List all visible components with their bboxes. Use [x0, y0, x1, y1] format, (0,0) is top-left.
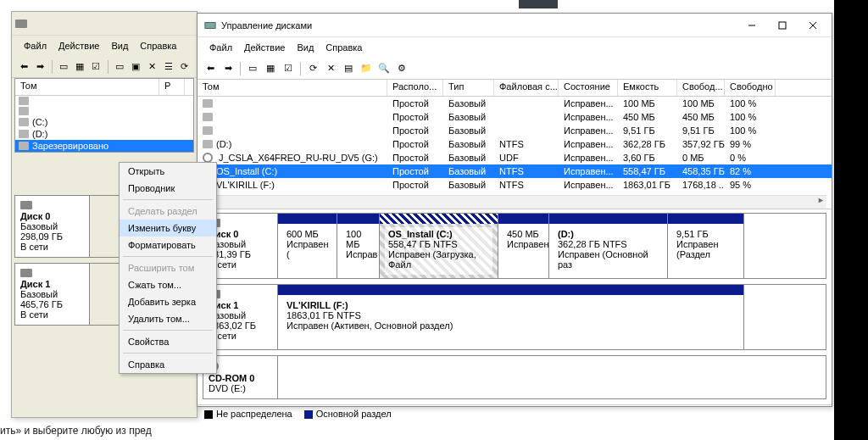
properties-icon[interactable]: ▤	[341, 61, 356, 76]
bg-menu-help[interactable]: Справка	[135, 39, 181, 53]
disk-management-window: Управление дисками Файл Действие Вид Спр…	[197, 13, 832, 407]
top-image-fragment	[519, 0, 558, 8]
volume-row[interactable]: OS_Install (C:) Простой Базовый NTFS Исп…	[198, 164, 832, 178]
cell-state: Исправен...	[559, 166, 618, 176]
cell-type: Базовый	[443, 125, 494, 136]
tb-icon[interactable]: ▣	[129, 59, 142, 75]
legend-unalloc-label: Не распределена	[216, 409, 292, 419]
maximize-button[interactable]	[767, 14, 798, 36]
context-menu-item[interactable]: Справка	[120, 356, 216, 373]
menu-action[interactable]: Действие	[239, 41, 290, 54]
context-menu-item[interactable]: Изменить букву	[120, 220, 216, 237]
nav-fwd-icon[interactable]: ➡	[220, 61, 236, 76]
partition-stripe	[549, 214, 667, 224]
legend-primary-swatch	[304, 410, 313, 419]
menu-help[interactable]: Справка	[320, 41, 367, 54]
volume-row[interactable]: J_CSLA_X64FREO_RU-RU_DV5 (G:) Простой Ба…	[198, 151, 832, 164]
tb-icon[interactable]: ✕	[145, 59, 159, 75]
disk-row: Диск 1 Базовый1863,02 ГБВ сети VL'KIRILL…	[203, 284, 826, 350]
partition-stripe	[668, 214, 743, 224]
tb-list-icon[interactable]: ▦	[263, 61, 278, 76]
column-header[interactable]: Емкость	[618, 80, 677, 96]
nav-back-icon[interactable]: ⬅	[203, 61, 218, 76]
cell-free: 0 МБ	[677, 153, 725, 163]
context-menu-item[interactable]: Открыть	[120, 163, 216, 180]
volume-list[interactable]: Простой Базовый Исправен... 100 МБ 100 М…	[198, 97, 832, 192]
horizontal-scrollbar[interactable]	[203, 195, 826, 209]
right-black-strip	[834, 0, 868, 440]
menu-view[interactable]: Вид	[292, 41, 319, 54]
tb-icon[interactable]: ▦	[73, 59, 86, 75]
bg-volume-row[interactable]: (C:)	[15, 116, 193, 128]
partition-block[interactable]: VL'KIRILL (F:)1863,01 ГБ NTFSИсправен (А…	[278, 285, 744, 349]
partition-block[interactable]: OS_Install (C:)558,47 ГБ NTFSИсправен (З…	[380, 214, 498, 278]
tb-view-icon[interactable]: ▭	[245, 61, 260, 76]
column-header[interactable]: Тип	[443, 80, 494, 96]
bg-volume-row[interactable]	[15, 106, 193, 116]
tb-icon[interactable]: ☰	[161, 59, 175, 75]
bg-volume-row[interactable]: (D:)	[15, 128, 193, 140]
cell-pct: 99 %	[725, 139, 776, 149]
context-menu-item[interactable]: Свойства	[120, 333, 216, 350]
column-header[interactable]: Располо...	[387, 80, 443, 96]
partition-block[interactable]: 450 МБИсправен	[498, 214, 549, 278]
column-header[interactable]: Том	[198, 80, 387, 96]
context-menu-item[interactable]: Форматировать	[120, 237, 216, 253]
column-header[interactable]: Свободно	[725, 80, 776, 96]
fg-titlebar[interactable]: Управление дисками	[198, 14, 832, 37]
context-menu-item[interactable]: Добавить зерка	[120, 293, 216, 310]
tb-icon[interactable]: ⟳	[178, 59, 192, 75]
volume-name: J_CSLA_X64FREO_RU-RU_DV5 (G:)	[219, 153, 378, 163]
cell-pct: 95 %	[725, 180, 776, 190]
tb-icon[interactable]: ▭	[112, 59, 125, 75]
search-icon[interactable]: 🔍	[376, 61, 392, 76]
bg-menu-view[interactable]: Вид	[106, 39, 133, 53]
cell-type: Базовый	[443, 139, 494, 149]
partition-info: 450 МБИсправен	[504, 227, 543, 275]
cell-pct: 100 %	[725, 112, 776, 122]
context-menu: ОткрытьПроводникСделать разделИзменить б…	[119, 162, 217, 374]
volume-row[interactable]: Простой Базовый Исправен... 450 МБ 450 М…	[198, 110, 832, 124]
partition-block[interactable]: 600 МБИсправен (	[278, 214, 337, 278]
volume-row[interactable]: VL'KIRILL (F:) Простой Базовый NTFS Испр…	[198, 178, 832, 192]
context-menu-item[interactable]: Удалить том...	[120, 310, 216, 327]
context-menu-item[interactable]: Сжать том...	[120, 276, 216, 293]
disk-partitions	[278, 356, 826, 398]
volume-row[interactable]: Простой Базовый Исправен... 100 МБ 100 М…	[198, 97, 832, 110]
close-button[interactable]	[798, 14, 828, 36]
tb-icon[interactable]: ☑	[89, 59, 103, 75]
window-title: Управление дисками	[216, 20, 737, 31]
bg-volume-row[interactable]	[15, 96, 193, 106]
nav-back-icon[interactable]: ⬅	[17, 59, 31, 75]
partition-info: 9,51 ГБИсправен (Раздел	[673, 227, 738, 275]
settings-icon[interactable]: ⚙	[394, 61, 409, 76]
folder-icon[interactable]: 📁	[359, 61, 374, 76]
menu-separator	[123, 199, 213, 200]
menu-file[interactable]: Файл	[204, 41, 237, 54]
tb-icon[interactable]: ▭	[57, 59, 70, 75]
nav-fwd-icon[interactable]: ➡	[33, 59, 47, 75]
bg-col-r[interactable]: Р	[159, 79, 185, 95]
legend-unalloc-swatch	[204, 410, 213, 419]
column-header[interactable]: Свобод...	[677, 80, 725, 96]
cell-layout: Простой	[387, 125, 443, 136]
bg-col-vol[interactable]: Том	[15, 79, 159, 95]
bg-menu-file[interactable]: Файл	[19, 39, 52, 53]
bg-menu-action[interactable]: Действие	[53, 39, 104, 53]
delete-icon[interactable]: ✕	[323, 61, 338, 76]
disk-graphic-area: Диск 0 Базовый931,39 ГБВ сети 600 МБИспр…	[198, 209, 832, 404]
partition-block[interactable]: 100 МБИсправ	[337, 214, 380, 278]
context-menu-item[interactable]: Проводник	[120, 180, 216, 197]
partition-block[interactable]: 9,51 ГБИсправен (Раздел	[668, 214, 744, 278]
bg-volume-row[interactable]: Зарезервировано	[15, 140, 193, 152]
volume-row[interactable]: Простой Базовый Исправен... 9,51 ГБ 9,51…	[198, 124, 832, 137]
menu-separator	[123, 330, 213, 331]
partition-block[interactable]: (D:)362,28 ГБ NTFSИсправен (Основной раз	[549, 214, 668, 278]
minimize-button[interactable]	[737, 14, 767, 36]
volume-row[interactable]: (D:) Простой Базовый NTFS Исправен... 36…	[198, 137, 832, 151]
cell-fs: NTFS	[494, 180, 559, 190]
column-header[interactable]: Файловая с...	[494, 80, 559, 96]
column-header[interactable]: Состояние	[559, 80, 618, 96]
refresh-icon[interactable]: ⟳	[305, 61, 320, 76]
tb-check-icon[interactable]: ☑	[281, 61, 296, 76]
